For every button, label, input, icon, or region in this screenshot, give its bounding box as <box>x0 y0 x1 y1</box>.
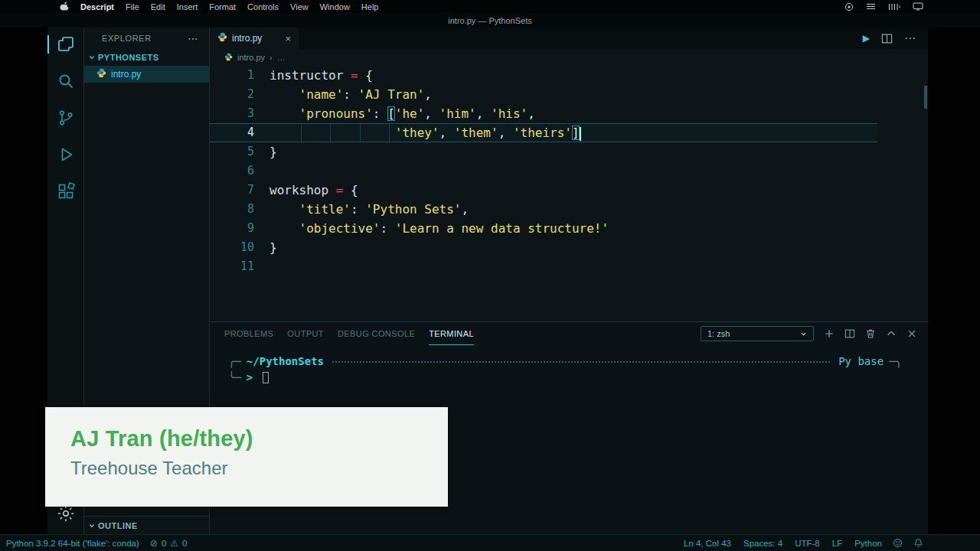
status-lf[interactable]: LF <box>832 539 842 548</box>
code-line-6[interactable]: 6 <box>210 161 877 181</box>
panel-tab-terminal[interactable]: TERMINAL <box>429 322 474 345</box>
code-text: [ <box>387 106 395 121</box>
terminal[interactable]: ╭─ ~/PythonSets Py base ─╮ ╰─ > <box>210 345 928 385</box>
status-ln-4-col-43[interactable]: Ln 4, Col 43 <box>684 539 731 548</box>
line-content <box>270 161 877 181</box>
code-line-7[interactable]: 7workshop = { <box>210 181 877 200</box>
panel-tab-debug-console[interactable]: DEBUG CONSOLE <box>338 322 415 345</box>
speaker-name: AJ Tran (he/they) <box>70 426 448 452</box>
section-pythonsets[interactable]: PYTHONSETS <box>84 49 209 66</box>
active-app-name[interactable]: Descript <box>80 2 114 11</box>
speaker-title: Treehouse Teacher <box>70 458 448 479</box>
code-string: 'his' <box>491 106 528 121</box>
code-line-2[interactable]: 2 'name': 'AJ Tran', <box>210 85 877 104</box>
menu-item-window[interactable]: Window <box>320 2 350 11</box>
more-actions-icon[interactable]: ⋯ <box>904 31 916 45</box>
kill-terminal-icon[interactable] <box>865 328 876 339</box>
code-line-8[interactable]: 8 'title': 'Python Sets', <box>210 200 877 219</box>
close-panel-icon[interactable] <box>906 328 917 339</box>
sliders-icon[interactable] <box>866 2 876 11</box>
panel-tab-output[interactable]: OUTPUT <box>287 322 324 345</box>
code-line-3[interactable]: 3 'pronouns': ['he', 'him', 'his', <box>210 104 877 123</box>
prompt-corner-bl: ╰─ <box>228 370 241 385</box>
code-text: , <box>498 126 513 140</box>
maximize-panel-icon[interactable] <box>886 328 897 339</box>
battery-icon[interactable] <box>888 3 900 11</box>
menu-item-help[interactable]: Help <box>361 2 379 11</box>
code-line-5[interactable]: 5} <box>210 142 877 161</box>
menu-item-controls[interactable]: Controls <box>247 2 279 11</box>
display-icon[interactable] <box>913 2 923 11</box>
code-line-9[interactable]: 9 'objective': 'Learn a new data structu… <box>210 219 877 238</box>
status-utf-8[interactable]: UTF-8 <box>795 539 820 548</box>
split-editor-icon[interactable] <box>881 34 893 44</box>
code-line-4[interactable]: 4 'they', 'them', 'theirs'] <box>210 123 877 142</box>
extensions-icon[interactable] <box>56 181 76 201</box>
panel-tab-problems[interactable]: PROBLEMS <box>224 322 273 345</box>
code-editor[interactable]: 1instructor = {2 'name': 'AJ Tran',3 'pr… <box>210 66 928 321</box>
run-debug-icon[interactable] <box>56 145 76 165</box>
line-number[interactable]: 9 <box>210 219 270 238</box>
menu-item-view[interactable]: View <box>290 2 309 11</box>
line-number[interactable]: 5 <box>210 142 270 161</box>
menubar-status-icons <box>844 2 923 11</box>
line-number[interactable]: 10 <box>210 238 270 257</box>
file-item-intro-py[interactable]: intro.py <box>84 66 209 83</box>
code-text: , <box>424 87 432 102</box>
new-terminal-icon[interactable] <box>824 328 835 339</box>
line-number[interactable]: 6 <box>210 161 270 181</box>
problems-summary[interactable]: ⊘ 0 ⚠ 0 <box>150 538 188 549</box>
bell-icon[interactable] <box>913 538 923 548</box>
titlebar[interactable]: intro.py — PythonSets <box>0 13 980 28</box>
breadcrumb-file[interactable]: intro.py <box>237 53 265 62</box>
code-text: , <box>461 202 469 217</box>
python-interpreter[interactable]: Python 3.9.2 64-bit ('flake': conda) <box>6 539 139 548</box>
code-text: } <box>270 145 277 159</box>
prompt-path: ~/PythonSets <box>247 354 324 369</box>
line-number[interactable]: 7 <box>210 181 270 200</box>
line-number[interactable]: 11 <box>210 257 270 276</box>
tab-intro-py[interactable]: intro.py × <box>210 28 299 49</box>
menu-item-file[interactable]: File <box>126 2 139 11</box>
record-icon[interactable] <box>844 2 854 11</box>
menu-item-edit[interactable]: Edit <box>151 2 165 11</box>
code-text: instructor <box>270 68 351 83</box>
outline-section[interactable]: OUTLINE <box>84 516 209 534</box>
left-black-margin <box>0 28 47 534</box>
search-icon[interactable] <box>56 71 76 91</box>
code-string: 'AJ Tran' <box>358 87 425 102</box>
menu-item-format[interactable]: Format <box>209 2 236 11</box>
run-button[interactable]: ▶ <box>863 33 870 44</box>
code-text <box>270 87 299 102</box>
line-number[interactable]: 1 <box>210 66 270 85</box>
breadcrumb-more[interactable]: … <box>277 53 286 62</box>
tab-close-icon[interactable]: × <box>285 34 291 44</box>
explorer-more-icon[interactable]: ⋯ <box>188 32 198 44</box>
code-string: 'Python Sets' <box>365 202 461 217</box>
code-text: , <box>476 106 491 121</box>
breadcrumb-chevron: › <box>270 53 273 62</box>
lower-third-card: AJ Tran (he/they) Treehouse Teacher <box>45 407 448 507</box>
scrollbar-thumb[interactable] <box>924 86 927 109</box>
line-number[interactable]: 4 <box>210 123 270 142</box>
split-terminal-icon[interactable] <box>844 329 855 338</box>
explorer-icon[interactable] <box>56 34 76 54</box>
screen: Descript FileEditInsertFormatControlsVie… <box>0 0 980 551</box>
shell-selector[interactable]: 1: zsh <box>701 326 814 341</box>
breadcrumb[interactable]: intro.py › … <box>210 49 928 66</box>
menu-item-insert[interactable]: Insert <box>177 2 198 11</box>
source-control-icon[interactable] <box>56 108 76 128</box>
menubar: Descript FileEditInsertFormatControlsVie… <box>0 0 980 13</box>
apple-icon[interactable] <box>60 2 69 11</box>
code-line-1[interactable]: 1instructor = { <box>210 66 877 85</box>
line-number[interactable]: 3 <box>210 104 270 123</box>
line-number[interactable]: 8 <box>210 200 270 219</box>
code-text <box>270 126 395 140</box>
status-python[interactable]: Python <box>854 539 882 548</box>
explorer-title: EXPLORER <box>102 34 152 43</box>
code-line-10[interactable]: 10} <box>210 238 877 257</box>
line-number[interactable]: 2 <box>210 85 270 104</box>
code-line-11[interactable]: 11 <box>210 257 877 276</box>
status-spaces-4[interactable]: Spaces: 4 <box>743 539 782 548</box>
feedback-icon[interactable] <box>893 538 903 548</box>
